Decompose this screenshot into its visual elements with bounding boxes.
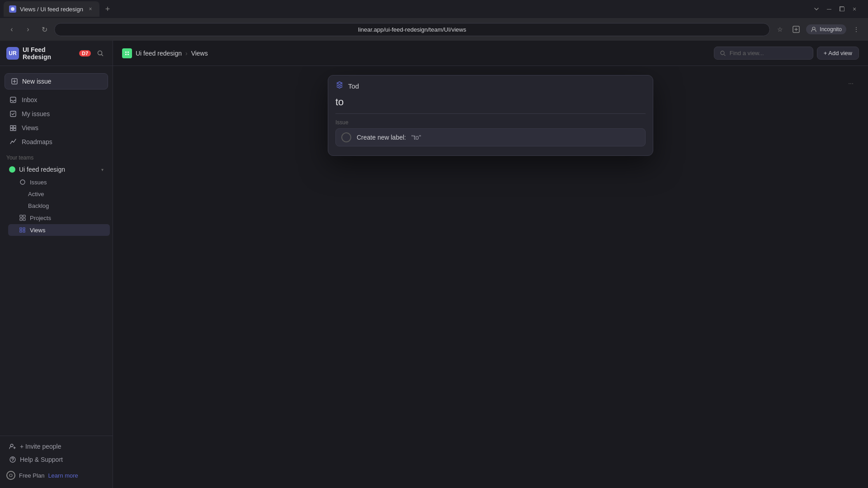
breadcrumb-project-icon: [122, 48, 132, 58]
extensions-button[interactable]: [790, 23, 802, 36]
new-issue-button[interactable]: New issue: [5, 73, 108, 89]
my-issues-icon: [9, 110, 17, 118]
views-sub-label: Views: [30, 227, 45, 234]
issues-sub-label: Issues: [30, 179, 47, 186]
svg-rect-10: [20, 218, 22, 221]
projects-sub-label: Projects: [30, 215, 51, 221]
browser-menu-button[interactable]: ⋮: [850, 23, 863, 36]
team-name-label: Ui feed redesign: [19, 166, 98, 173]
window-controls: ─ ⧠ ×: [812, 5, 864, 14]
browser-actions: ☆ Incognito ⋮: [774, 23, 863, 36]
team-header-ui-feed[interactable]: Ui feed redesign ▾: [3, 163, 110, 176]
main-body: ··· Tod Issue: [113, 66, 868, 488]
browser-chrome: Views / Ui feed redesign × + ─ ⧠ × ‹ › ↻…: [0, 0, 868, 41]
team-chevron-icon: ▾: [101, 167, 104, 172]
dialog-text-input[interactable]: [335, 96, 646, 108]
reload-button[interactable]: ↻: [38, 23, 51, 36]
incognito-label: Incognito: [820, 26, 842, 33]
notification-badge: D7: [79, 50, 91, 56]
sidebar-item-my-issues[interactable]: My issues: [3, 107, 110, 121]
tab-favicon: [9, 5, 16, 13]
new-tab-button[interactable]: +: [101, 3, 114, 15]
svg-rect-8: [20, 215, 22, 217]
close-button[interactable]: ×: [850, 5, 859, 14]
sidebar-sub-item-views[interactable]: Views: [8, 224, 110, 236]
bookmark-button[interactable]: ☆: [774, 23, 786, 36]
maximize-button[interactable]: ⧠: [837, 5, 846, 14]
sidebar-item-inbox[interactable]: Inbox: [3, 93, 110, 107]
inbox-label: Inbox: [22, 96, 37, 103]
team-status-dot: [9, 166, 15, 173]
invite-people-item[interactable]: + Invite people: [3, 440, 110, 453]
minimize-button[interactable]: ─: [825, 5, 834, 14]
sidebar-sub-item-issues[interactable]: Issues: [8, 176, 110, 188]
view-dialog: Tod Issue Create new label: "to": [328, 75, 653, 156]
sidebar-item-roadmaps[interactable]: Roadmaps: [3, 135, 110, 149]
svg-point-0: [11, 7, 14, 11]
sidebar-item-views[interactable]: Views: [3, 121, 110, 135]
header-actions: Find a view... + Add view: [714, 47, 859, 60]
your-teams-section-label: Your teams: [0, 149, 113, 163]
projects-sub-icon: [19, 214, 26, 221]
search-icon-button[interactable]: [94, 47, 106, 59]
dialog-header-row: Tod: [328, 75, 653, 94]
team-sub-nav: Issues Active Backlog Projects: [0, 176, 113, 236]
dialog-stack-icon: [335, 81, 344, 91]
inbox-icon: [9, 96, 17, 104]
find-view-input[interactable]: Find a view...: [714, 47, 813, 60]
main-content: Ui feed redesign › Views Find a view... …: [113, 41, 868, 488]
views-label: Views: [22, 124, 38, 131]
svg-point-15: [721, 51, 724, 55]
main-header: Ui feed redesign › Views Find a view... …: [113, 41, 868, 66]
sidebar-sub-item-projects[interactable]: Projects: [8, 212, 110, 224]
create-new-label-item[interactable]: Create new label: "to": [335, 128, 646, 146]
workspace-avatar: UR: [6, 47, 19, 60]
dropdown-section: Issue Create new label: "to": [328, 114, 653, 150]
workspace-header: UR UI Feed Redesign D7: [0, 41, 113, 66]
roadmaps-icon: [9, 138, 17, 146]
svg-rect-5: [10, 97, 16, 103]
forward-button[interactable]: ›: [22, 23, 34, 36]
breadcrumb: Ui feed redesign › Views: [122, 48, 710, 58]
learn-more-link[interactable]: Learn more: [48, 472, 78, 479]
sidebar-nav: New issue Inbox My issues: [0, 66, 113, 240]
breadcrumb-current: Views: [191, 50, 208, 57]
app-container: UR UI Feed Redesign D7 New issue: [0, 41, 868, 488]
svg-rect-11: [23, 218, 25, 221]
backlog-label: Backlog: [28, 202, 49, 209]
create-new-label-text: Create new label:: [357, 134, 406, 141]
tab-title: Views / Ui feed redesign: [20, 6, 83, 13]
views-sub-icon: [19, 226, 26, 234]
help-label: Help & Support: [20, 456, 63, 463]
incognito-badge: Incognito: [806, 24, 846, 34]
sidebar-sub-item-backlog[interactable]: Backlog: [8, 200, 110, 211]
browser-tab-active[interactable]: Views / Ui feed redesign ×: [4, 1, 99, 17]
address-bar-row: ‹ › ↻ linear.app/ui-feed-redesign/team/U…: [0, 18, 868, 41]
new-label-circle-icon: [341, 132, 351, 142]
svg-point-7: [20, 180, 25, 184]
sidebar-bottom: + Invite people Help & Support Free Plan…: [0, 436, 113, 488]
workspace-name: UI Feed Redesign: [23, 46, 75, 61]
url-text: linear.app/ui-feed-redesign/team/UI/view…: [62, 26, 762, 33]
sidebar-sub-item-active[interactable]: Active: [8, 188, 110, 200]
more-options-button[interactable]: ···: [844, 77, 857, 89]
svg-rect-9: [23, 215, 25, 217]
invite-label: + Invite people: [20, 443, 61, 450]
svg-point-3: [98, 51, 102, 55]
roadmaps-label: Roadmaps: [22, 138, 52, 145]
tab-close-button[interactable]: ×: [87, 5, 94, 13]
dialog-input-area[interactable]: [328, 94, 653, 113]
help-support-item[interactable]: Help & Support: [3, 453, 110, 466]
back-button[interactable]: ‹: [5, 23, 18, 36]
add-view-button[interactable]: + Add view: [817, 47, 859, 60]
free-plan-bar: Free Plan Learn more: [0, 466, 113, 484]
window-menu-button[interactable]: [812, 5, 821, 14]
new-issue-label: New issue: [22, 78, 52, 85]
my-issues-label: My issues: [22, 110, 50, 117]
tab-bar: Views / Ui feed redesign × + ─ ⧠ ×: [0, 0, 868, 18]
find-view-placeholder: Find a view...: [730, 50, 764, 56]
dialog-title: Tod: [348, 82, 359, 90]
active-label: Active: [28, 191, 44, 197]
address-bar[interactable]: linear.app/ui-feed-redesign/team/UI/view…: [54, 23, 770, 36]
free-plan-icon: [6, 471, 15, 480]
